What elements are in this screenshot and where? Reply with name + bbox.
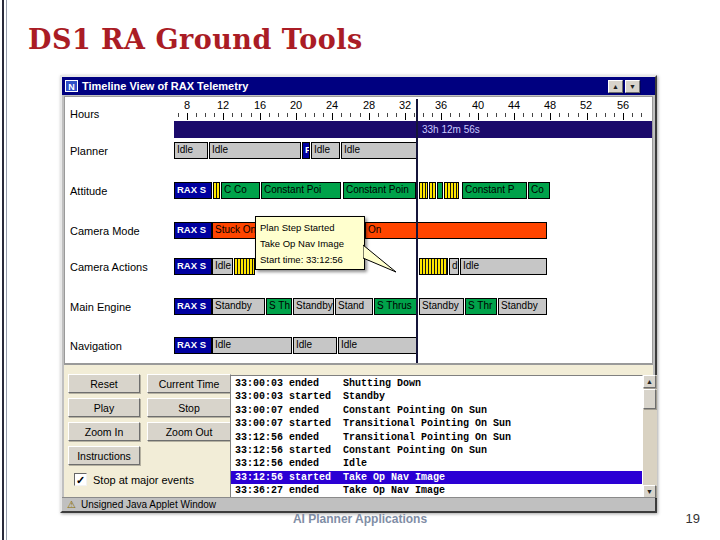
timeline-block[interactable]: Standby [419, 298, 464, 315]
tooltip-line-3: Start time: 33:12:56 [260, 252, 360, 268]
scrollbar-up-icon[interactable]: ▲ [643, 375, 656, 388]
tick-mark [405, 113, 406, 120]
hour-tick-label: 20 [290, 99, 302, 111]
scrollbar-thumb[interactable] [643, 389, 656, 409]
timeline-block[interactable] [429, 182, 436, 199]
timeline-block[interactable]: Idle [341, 142, 417, 159]
play-button[interactable]: Play [68, 398, 140, 417]
timeline-block[interactable]: Constant Poin [343, 182, 416, 199]
tick-mark [360, 113, 361, 117]
log-panel[interactable]: 33:00:03 ended Shutting Down33:00:03 sta… [230, 375, 643, 498]
log-entry[interactable]: 33:12:56 ended Transitional Pointing On … [231, 431, 642, 444]
tick-mark [269, 113, 270, 117]
log-entry[interactable]: 33:00:03 ended Shutting Down [231, 377, 642, 390]
tick-mark [632, 113, 633, 117]
log-entry[interactable]: 33:12:56 started Constant Pointing On Su… [231, 444, 642, 457]
timeline-block[interactable]: Idle [293, 337, 337, 354]
timeline-block[interactable]: F [302, 142, 310, 159]
timeline-block[interactable] [213, 182, 220, 199]
timeline-block[interactable]: Idle [212, 258, 233, 275]
timeline-block[interactable]: Idle [460, 258, 547, 275]
timeline-block[interactable]: Constant Poi [261, 182, 341, 199]
tick-mark [196, 113, 197, 117]
timeline-block[interactable]: On [365, 222, 547, 239]
timeline-row-attitude: RAX SC CoConstant PoiConstant PoinConsta… [62, 182, 655, 199]
timeline-block[interactable] [419, 258, 448, 275]
hour-tick-label: 8 [184, 99, 190, 111]
reset-button[interactable]: Reset [68, 374, 140, 393]
timeline-block[interactable]: d [449, 258, 459, 275]
time-cursor-line[interactable] [416, 99, 418, 363]
timeline-block[interactable]: RAX S [174, 258, 212, 275]
timeline-block[interactable]: Idle [311, 142, 340, 159]
tick-mark [205, 113, 206, 117]
log-entry[interactable]: 33:00:07 ended Constant Pointing On Sun [231, 404, 642, 417]
tick-mark [287, 113, 288, 117]
left-border-line-thin [6, 0, 7, 540]
timeline-row-planner: IdleIdleFIdleIdle [62, 142, 655, 159]
zoom-out-button[interactable]: Zoom Out [147, 422, 231, 441]
row-label-hours: Hours [70, 108, 99, 120]
hour-tick-label: 52 [580, 99, 592, 111]
timeline-block[interactable]: Idle [174, 142, 208, 159]
timeline-block[interactable]: Standby [293, 298, 334, 315]
timeline-block[interactable]: RAX S [174, 298, 212, 315]
zoom-in-button[interactable]: Zoom In [68, 422, 140, 441]
tick-mark [441, 113, 442, 120]
tick-mark [396, 113, 397, 117]
timeline-block[interactable]: Stand [335, 298, 373, 315]
timeline-block[interactable] [437, 182, 443, 199]
timeline-block[interactable]: C Co [221, 182, 260, 199]
hour-tick-label: 44 [508, 99, 520, 111]
timeline-block[interactable]: S Thrus [374, 298, 417, 315]
log-entry[interactable]: 33:12:56 started Take Op Nav Image [231, 471, 642, 484]
applet-window: N Timeline View of RAX Telemetry ▲ ▼ 812… [60, 75, 657, 513]
tick-mark [541, 113, 542, 117]
timeline-block[interactable]: Standby [498, 298, 547, 315]
slide-title: DS1 RA Ground Tools [28, 24, 363, 55]
current-time-button[interactable]: Current Time [147, 374, 231, 393]
tick-mark [550, 113, 551, 120]
timeline-block[interactable] [444, 182, 459, 199]
timeline-block[interactable]: Constant P [462, 182, 527, 199]
timeline-row-main-engine: RAX SStandbyS ThStandbyStandS ThrusStand… [62, 298, 655, 315]
tooltip-line-2: Take Op Nav Image [260, 236, 360, 252]
tick-mark [214, 113, 215, 117]
timeline-block[interactable]: S Th [266, 298, 292, 315]
page-number: 19 [686, 511, 700, 526]
cursor-time-label: 33h 12m 56s [422, 124, 480, 135]
tick-mark [369, 113, 370, 120]
slide-footer: AI Planner Applications [0, 512, 720, 526]
stop-button[interactable]: Stop [147, 398, 231, 417]
timeline-block[interactable]: RAX S [174, 182, 212, 199]
tick-mark [423, 113, 424, 117]
control-buttons: ResetCurrent TimePlayStopZoom InZoom Out… [68, 374, 231, 465]
tick-mark [641, 113, 642, 117]
checkbox-checked-icon[interactable]: ✓ [74, 473, 87, 486]
timeline-block[interactable]: Co [528, 182, 550, 199]
timeline-block[interactable]: RAX S [174, 337, 212, 354]
timeline-block[interactable] [419, 182, 428, 199]
timeline-block[interactable] [234, 258, 255, 275]
timeline-block[interactable]: Idle [338, 337, 417, 354]
tick-mark [596, 113, 597, 117]
stop-events-checkbox-row[interactable]: ✓ Stop at major events [74, 473, 194, 486]
tick-mark [241, 113, 242, 117]
timeline-block[interactable]: Idle [212, 337, 292, 354]
log-entry[interactable]: 33:00:07 started Transitional Pointing O… [231, 417, 642, 430]
log-scrollbar[interactable]: ▲ ▼ [643, 375, 657, 498]
tick-mark [432, 113, 433, 117]
tick-mark [578, 113, 579, 117]
tick-mark [232, 113, 233, 117]
timeline-block[interactable]: Idle [209, 142, 301, 159]
log-entry[interactable]: 33:36:27 ended Take Op Nav Image [231, 484, 642, 497]
timeline-block[interactable]: S Thr [465, 298, 497, 315]
timeline-block[interactable]: RAX S [174, 222, 212, 239]
hour-tick-label: 36 [435, 99, 447, 111]
log-entry[interactable]: 33:00:03 started Standby [231, 390, 642, 403]
cursor-time-band: 33h 12m 56s [174, 121, 652, 138]
timeline-block[interactable]: Standby [212, 298, 265, 315]
log-entry[interactable]: 33:12:56 ended Idle [231, 457, 642, 470]
instructions-button[interactable]: Instructions [68, 446, 140, 465]
hour-tick-label: 28 [363, 99, 375, 111]
